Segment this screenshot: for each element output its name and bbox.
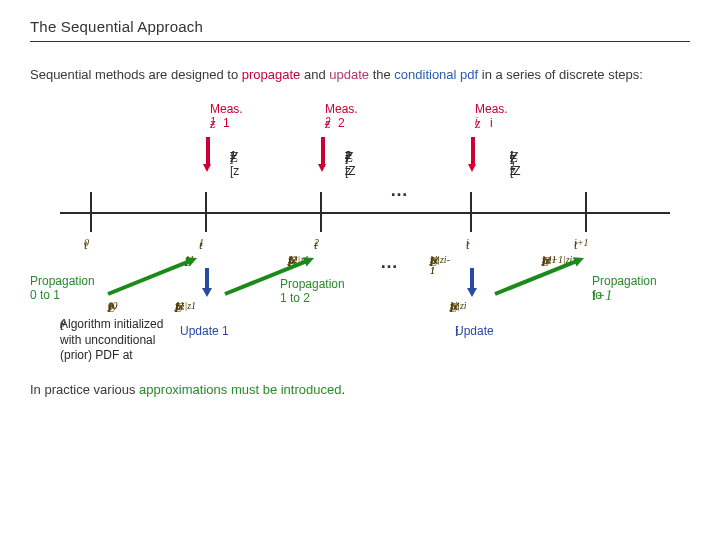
tick-ti [470,192,472,232]
dots-top: … [390,180,410,201]
py1z1end: ] [175,300,179,312]
piend: ] [430,254,434,266]
prop-12-label: Propagation 1 to 2 [280,277,360,291]
page-title: The Sequential Approach [30,18,690,35]
prop01-l1: Propagation [30,274,95,288]
arrowhead-meas2 [318,164,326,172]
arrow-prop-i [494,259,577,296]
update-1-label: Update 1 [180,324,229,338]
pyiziend: ] [450,300,454,312]
intro-2: and [300,67,329,82]
updi-b: i [455,324,459,340]
closing-b: approximations must be introduced [139,382,341,397]
intro-em-conditional: conditional pdf [394,67,478,82]
closing-c: . [341,382,345,397]
tick-t0 [90,192,92,232]
arrow-prop-01-shaft [107,259,190,296]
pip1end: ] [542,254,546,266]
algnote-a: Algorithm initialized with unconditional… [60,317,180,364]
prop-i-label: Propagation i to i+1 [592,274,672,288]
zi-end: ] [510,150,513,164]
arrowhead-measi [468,164,476,172]
tick-tip1 [585,192,587,232]
prop12-l1: Propagation [280,277,345,291]
t0s: 0 [84,237,89,248]
tick-t1 [205,192,207,232]
meas2-sub: 2 [325,116,331,127]
intro-em-propagate: propagate [242,67,301,82]
py0end: ] [108,300,112,312]
intro-text: Sequential methods are designed to propa… [30,66,690,84]
algnote-bsub: 0 [60,317,65,330]
divider [30,41,690,42]
meas-1-label: Meas. 1 z1 [180,102,240,116]
arrow-measi [471,137,475,167]
prop-01-label: Propagation 0 to 1 [30,274,110,288]
z1-end: ] [230,150,233,164]
arrow-upd1-head [202,288,212,297]
prop01-l2: 0 to 1 [30,288,60,302]
intro-3: the [369,67,394,82]
arrow-prop-01 [107,259,190,296]
arrow-meas2 [321,137,325,167]
prop12-l2: 1 to 2 [280,291,310,305]
intro-4: in a series of discrete steps: [478,67,643,82]
meas-2-label: Meas. 2 z2 [295,102,355,116]
arrow-updi-head [467,288,477,297]
closing-text: In practice various approximations must … [30,382,690,397]
tick-t2 [320,192,322,232]
intro-em-update: update [329,67,369,82]
z2-end: ] [345,150,348,164]
tip1s: i+1 [574,237,589,248]
dots-mid: … [380,252,400,273]
t2s: 2 [314,237,319,248]
timeline-diagram: Meas. 1 z1 Meas. 2 z2 Meas. i zi Z1= [z1… [30,102,670,362]
measi-sub: i [475,116,477,127]
propi-c: i+1 [592,288,612,304]
t1s: 1 [199,237,204,248]
updi-a: Update [455,324,494,338]
arrow-prop-i-shaft [494,259,577,296]
arrow-updi-shaft [470,268,474,290]
intro-1: Sequential methods are designed to [30,67,242,82]
timeline-axis [60,212,670,214]
arrow-meas1 [206,137,210,167]
propi-l1: Propagation [592,274,657,288]
arrow-upd1-shaft [205,268,209,290]
tis: i [466,237,469,248]
meas-i-label: Meas. i zi [445,102,505,116]
closing-a: In practice various [30,382,139,397]
arrow-prop-i-head [573,254,586,267]
meas1-sub: 1 [210,116,216,127]
arrowhead-meas1 [203,164,211,172]
